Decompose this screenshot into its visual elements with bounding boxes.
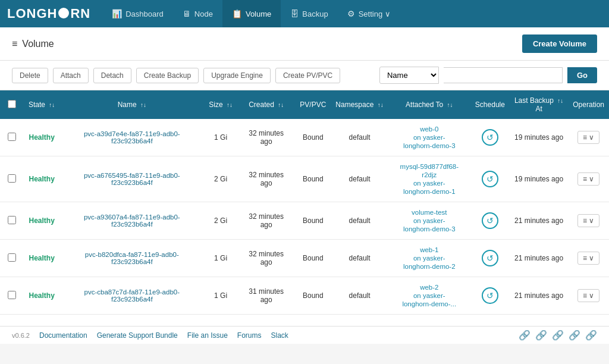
row-schedule: ↺ [470,119,510,156]
search-input[interactable] [444,67,563,83]
row-created: 32 minutes ago [237,156,295,202]
toolbar: Delete Attach Detach Create Backup Upgra… [0,61,609,90]
row-checkbox-col [0,156,24,202]
logo-icon [58,8,69,18]
table-row: Healthy pvc-a39d7e4e-fa87-11e9-adb0-f23c… [0,119,609,156]
footer-icon-1: 🔗 [519,330,530,341]
table-row: Healthy pvc-b820dfca-fa87-11e9-adb0-f23c… [0,240,609,277]
row-namespace: default [331,202,388,240]
row-namespace: default [331,119,388,156]
create-backup-button[interactable]: Create Backup [136,68,199,83]
schedule-icon: ↺ [482,129,498,146]
nav-label-dashboard: Dashboard [125,10,164,18]
footer-version: v0.6.2 [12,332,30,339]
nav-item-node[interactable]: 🖥 Node [173,0,222,27]
nav-item-backup[interactable]: 🗄 Backup [281,0,337,27]
upgrade-engine-button[interactable]: Upgrade Engine [203,68,271,83]
nav-item-dashboard[interactable]: 📊 Dashboard [102,0,173,27]
row-checkbox-1[interactable] [8,174,16,183]
row-schedule: ↺ [470,156,510,202]
operation-button[interactable]: ≡ ∨ [577,172,599,186]
header-state: State ↑↓ [24,90,59,119]
row-name: pvc-a39d7e4e-fa87-11e9-adb0-f23c923b6a4f [59,119,204,156]
state-badge: Healthy [29,133,55,142]
schedule-icon: ↺ [482,250,498,266]
nav-item-setting[interactable]: ⚙ Setting ∨ [338,0,400,27]
row-checkbox-col [0,119,24,156]
row-state: Healthy [24,277,59,315]
footer-link-documentation[interactable]: Documentation [39,331,87,340]
volume-link[interactable]: pvc-a6765495-fa87-11e9-adb0-f23c923b6a4f [64,172,199,186]
row-name: pvc-a93607a4-fa87-11e9-adb0-f23c923b6a4f [59,202,204,240]
page-title-icon: ≡ [12,39,17,49]
row-size: 1 Gi [204,240,237,277]
attached-to-link[interactable]: web-1on yasker-longhorn-demo-2 [403,246,456,270]
select-all-checkbox[interactable] [8,100,16,108]
row-last-backup: 21 minutes ago [510,277,568,315]
volume-link[interactable]: pvc-b820dfca-fa87-11e9-adb0-f23c923b6a4f [64,251,199,265]
header: LONGH RN 📊 Dashboard 🖥 Node 📋 Volume 🗄 B… [0,0,609,27]
operation-button[interactable]: ≡ ∨ [577,214,599,227]
volume-link[interactable]: pvc-a39d7e4e-fa87-11e9-adb0-f23c923b6a4f [64,130,199,145]
dashboard-icon: 📊 [112,9,122,18]
footer-icon-2: 🔗 [535,330,547,341]
attached-to-link[interactable]: volume-teston yasker-longhorn-demo-3 [403,209,456,233]
row-checkbox-3[interactable] [8,253,16,262]
delete-button[interactable]: Delete [12,68,48,83]
row-checkbox-2[interactable] [8,216,16,224]
attached-to-link[interactable]: mysql-59d877df68-r2djzon yasker-longhorn… [400,163,459,195]
header-operation: Operation [568,90,609,119]
detach-button[interactable]: Detach [93,68,131,83]
row-namespace: default [331,240,388,277]
footer-link-file-issue[interactable]: File an Issue [187,331,228,340]
row-name: pvc-a6765495-fa87-11e9-adb0-f23c923b6a4f [59,156,204,202]
table-row: Healthy pvc-cba87c7d-fa87-11e9-adb0-f23c… [0,277,609,315]
nav: 📊 Dashboard 🖥 Node 📋 Volume 🗄 Backup ⚙ S… [102,0,400,27]
header-namespace: Namespace ↑↓ [331,90,388,119]
setting-icon: ⚙ [347,9,355,18]
row-state: Healthy [24,119,59,156]
schedule-icon: ↺ [482,287,498,304]
header-size: Size ↑↓ [204,90,237,119]
row-created: 32 minutes ago [237,240,295,277]
row-operation: ≡ ∨ [568,156,609,202]
operation-button[interactable]: ≡ ∨ [577,131,599,144]
create-pvpvc-button[interactable]: Create PV/PVC [275,68,340,83]
page-title: ≡ Volume [12,39,54,49]
row-name: pvc-cba87c7d-fa87-11e9-adb0-f23c923b6a4f [59,277,204,315]
volume-link[interactable]: pvc-a93607a4-fa87-11e9-adb0-f23c923b6a4f [64,214,199,228]
row-operation: ≡ ∨ [568,202,609,240]
operation-button[interactable]: ≡ ∨ [577,252,599,265]
nav-label-setting: Setting ∨ [359,10,391,18]
table-row: Healthy pvc-a6765495-fa87-11e9-adb0-f23c… [0,156,609,202]
row-checkbox-0[interactable] [8,133,16,141]
nav-item-volume[interactable]: 📋 Volume [222,0,281,27]
row-namespace: default [331,156,388,202]
create-volume-button[interactable]: Create Volume [522,34,597,53]
row-state: Healthy [24,240,59,277]
schedule-icon: ↺ [482,212,498,229]
row-attached-to: web-0on yasker-longhorn-demo-3 [388,119,470,156]
state-badge: Healthy [29,175,55,183]
row-last-backup: 21 minutes ago [510,202,568,240]
footer-link-forums[interactable]: Forums [237,331,262,340]
operation-button[interactable]: ≡ ∨ [577,289,599,302]
attached-to-link[interactable]: web-2on yasker-longhorn-demo-... [402,284,456,307]
attached-to-link[interactable]: web-0on yasker-longhorn-demo-3 [403,125,456,149]
node-icon: 🖥 [183,9,191,18]
attach-button[interactable]: Attach [53,68,89,83]
search-filter-select[interactable]: Name [379,67,439,84]
row-created: 31 minutes ago [237,277,295,315]
row-last-backup: 19 minutes ago [510,119,568,156]
header-created: Created ↑↓ [237,90,295,119]
volume-link[interactable]: pvc-cba87c7d-fa87-11e9-adb0-f23c923b6a4f [64,288,199,303]
volume-table-container: State ↑↓ Name ↑↓ Size ↑↓ Created ↑↓ PV/P… [0,90,609,326]
go-button[interactable]: Go [567,67,597,83]
footer-link-support-bundle[interactable]: Generate Support Bundle [97,331,178,340]
row-checkbox-4[interactable] [8,291,16,299]
row-size: 1 Gi [204,277,237,315]
row-pvpvc: Bound [295,119,331,156]
header-last-backup: Last Backup ↑↓At [510,90,568,119]
footer-link-slack[interactable]: Slack [271,331,288,340]
state-badge: Healthy [29,216,55,225]
